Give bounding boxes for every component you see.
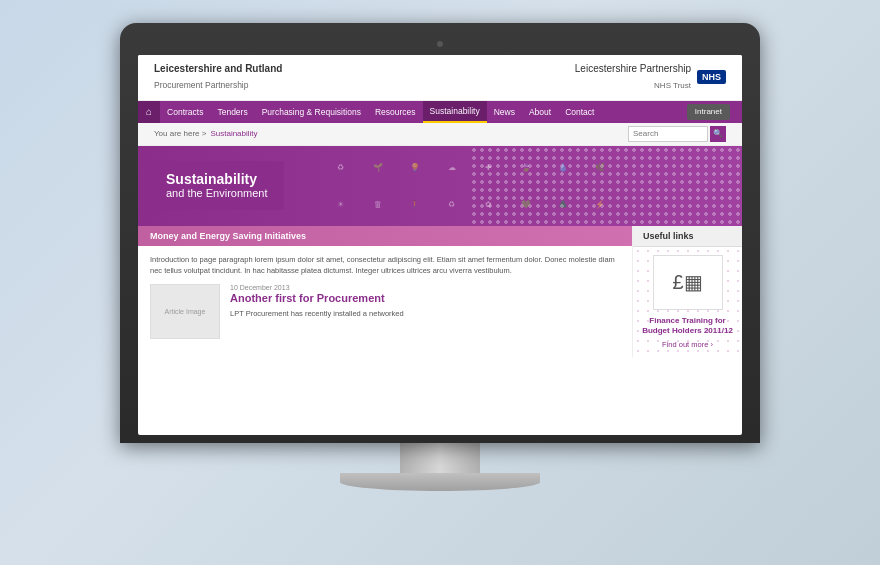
monitor-stand-base	[340, 473, 540, 491]
monitor-stand-neck	[400, 443, 480, 473]
org-info: Leicestershire and Rutland Procurement P…	[154, 63, 282, 92]
trust-name: Leicestershire Partnership	[575, 63, 691, 74]
nav-bar: ⌂ Contracts Tenders Purchasing & Requisi…	[138, 101, 742, 123]
content-right: Useful links £▦ Finance Training for Bud…	[632, 226, 742, 358]
nav-item-tenders[interactable]: Tenders	[210, 101, 254, 123]
nav-item-purchasing[interactable]: Purchasing & Requisitions	[255, 101, 368, 123]
article-date: 10 December 2013	[230, 284, 620, 291]
you-are-here: You are here >	[154, 129, 206, 138]
sidebar-card: £▦ Finance Training for Budget Holders 2…	[641, 255, 734, 350]
article-title[interactable]: Another first for Procurement	[230, 291, 620, 305]
search-input[interactable]	[628, 126, 708, 142]
home-icon: ⌂	[146, 106, 152, 117]
article-image-label: Article Image	[165, 308, 206, 315]
monitor: Leicestershire and Rutland Procurement P…	[110, 23, 770, 543]
screen: Leicestershire and Rutland Procurement P…	[138, 55, 742, 435]
org-sub: Procurement Partnership	[154, 80, 249, 90]
nhs-logo-area: Leicestershire Partnership NHS Trust NHS	[575, 63, 726, 92]
sidebar-header: Useful links	[633, 226, 742, 247]
nav-item-sustainability[interactable]: Sustainability	[423, 101, 487, 123]
trust-sub: NHS Trust	[654, 81, 691, 90]
nav-item-about[interactable]: About	[522, 101, 558, 123]
nav-right-area: Intranet	[687, 104, 742, 120]
org-name: Leicestershire and Rutland	[154, 63, 282, 74]
sidebar-icon-box: £▦	[653, 255, 723, 310]
hero-title-line1: Sustainability	[166, 171, 268, 188]
apple-logo	[340, 473, 540, 475]
breadcrumb-current[interactable]: Sustainability	[210, 129, 257, 138]
nav-item-news[interactable]: News	[487, 101, 522, 123]
monitor-camera	[437, 41, 443, 47]
nhs-badge: NHS	[697, 70, 726, 84]
hero-banner: ♻ 🌱 💡 ☁ ✚ 🍃 💧 🌿 ☀ 🗑 🚶 ♻ ✿ 💚 🌲 ⚡	[138, 146, 742, 226]
hero-text-box: Sustainability and the Environment	[150, 161, 284, 211]
content-left: Money and Energy Saving Initiatives Intr…	[138, 226, 632, 358]
search-area: 🔍	[628, 126, 726, 142]
dots-overlay	[470, 146, 742, 226]
main-content: Money and Energy Saving Initiatives Intr…	[138, 226, 742, 358]
nav-item-contracts[interactable]: Contracts	[160, 101, 210, 123]
sidebar-card-title: Finance Training for Budget Holders 2011…	[641, 316, 734, 337]
monitor-body: Leicestershire and Rutland Procurement P…	[120, 23, 760, 443]
sidebar-find-out-more[interactable]: Find out more	[641, 340, 734, 349]
search-button[interactable]: 🔍	[710, 126, 726, 142]
trust-info: Leicestershire Partnership NHS Trust	[575, 63, 691, 92]
section-body: Introduction to page paragraph lorem ips…	[138, 246, 632, 348]
article-excerpt: LPT Procurement has recently installed a…	[230, 309, 620, 320]
nav-items: Contracts Tenders Purchasing & Requisiti…	[160, 101, 687, 123]
sidebar-content: Useful links £▦ Finance Training for Bud…	[633, 226, 742, 358]
intro-text: Introduction to page paragraph lorem ips…	[150, 254, 620, 277]
intranet-button[interactable]: Intranet	[687, 104, 730, 120]
article-content: 10 December 2013 Another first for Procu…	[230, 284, 620, 339]
section-header: Money and Energy Saving Initiatives	[138, 226, 632, 246]
breadcrumb-bar: You are here > Sustainability 🔍	[138, 123, 742, 146]
sidebar-finance-icon: £▦	[672, 270, 702, 294]
site-header: Leicestershire and Rutland Procurement P…	[138, 55, 742, 101]
nav-item-resources[interactable]: Resources	[368, 101, 423, 123]
sidebar-body: £▦ Finance Training for Budget Holders 2…	[633, 247, 742, 358]
nav-item-contact[interactable]: Contact	[558, 101, 601, 123]
article-image: Article Image	[150, 284, 220, 339]
nav-home-button[interactable]: ⌂	[138, 101, 160, 123]
article-row: Article Image 10 December 2013 Another f…	[150, 284, 620, 339]
hero-title-line2: and the Environment	[166, 187, 268, 200]
